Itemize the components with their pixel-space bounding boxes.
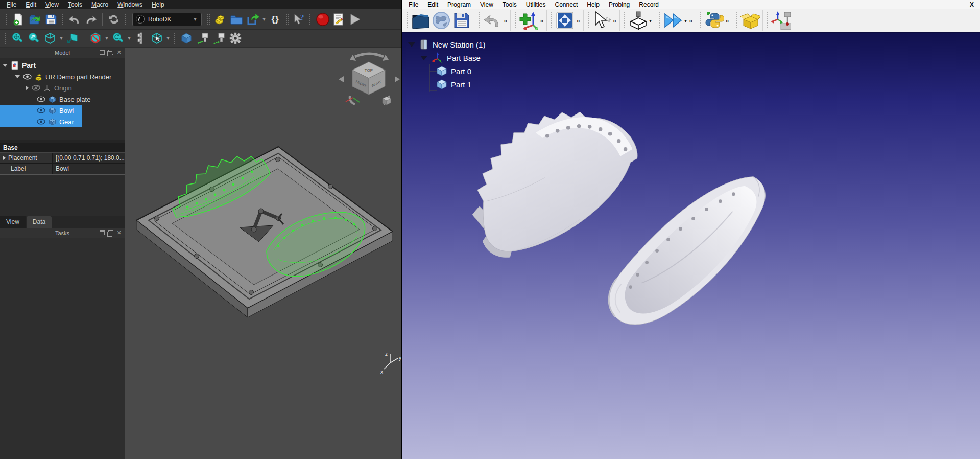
probe-reference-icon[interactable] [771, 10, 791, 31]
chevron-down-icon[interactable]: ▾ [126, 35, 132, 41]
menu-edit[interactable]: Edit [21, 0, 41, 9]
dock-close-icon[interactable]: ✕ [117, 50, 122, 55]
menu-windows[interactable]: Windows [113, 0, 147, 9]
toolbar-overflow-icon[interactable]: » [576, 17, 580, 25]
whats-this-icon[interactable]: ? [292, 12, 306, 27]
play-icon[interactable] [348, 12, 362, 27]
menu-help[interactable]: Help [147, 0, 169, 9]
tree-item-origin[interactable]: Origin [0, 82, 125, 94]
toolbar-overflow-icon[interactable]: » [689, 17, 692, 25]
fit-view-icon[interactable] [555, 10, 575, 31]
undo-icon[interactable] [67, 12, 82, 27]
load-part-icon[interactable] [213, 12, 227, 27]
redo-icon[interactable] [84, 12, 98, 27]
edit-script-icon[interactable] [331, 12, 346, 27]
toolbar-overflow-icon[interactable]: » [540, 17, 543, 25]
menu-view[interactable]: View [41, 0, 63, 9]
probe-points-icon[interactable] [212, 31, 226, 45]
visibility-eye-slash-icon[interactable] [32, 84, 40, 91]
online-library-icon[interactable] [431, 10, 451, 31]
cad-3d-viewport[interactable]: TOP FRONT RIGHT z y [125, 48, 401, 459]
dock-restore-icon[interactable] [100, 50, 105, 55]
cube-icon[interactable] [179, 31, 194, 45]
dock-restore-icon[interactable] [100, 230, 105, 235]
new-document-icon[interactable] [11, 12, 26, 27]
probe-path-icon[interactable] [196, 31, 210, 45]
isometric-view-icon[interactable] [43, 31, 57, 45]
tab-view[interactable]: View [0, 216, 26, 228]
part-1-bowl-model[interactable] [609, 177, 765, 325]
toolbar-overflow-icon[interactable]: » [613, 17, 616, 25]
align-view-icon[interactable] [65, 31, 80, 45]
tree-item-ur-demo[interactable]: UR Demo part Render [0, 71, 125, 82]
tree-item-part[interactable]: Part [0, 60, 125, 71]
chevron-down-icon[interactable]: ▾ [104, 35, 110, 41]
robodk-3d-view[interactable]: New Station (1) Part Base Part 0 Part 1 [402, 33, 980, 459]
chevron-down-icon[interactable]: ▾ [58, 35, 64, 41]
property-group-header[interactable]: Base [0, 143, 125, 153]
fast-forward-icon[interactable] [663, 10, 683, 31]
menu-help[interactable]: Help [582, 0, 604, 9]
tree-item-bowl[interactable]: Bowl [0, 105, 82, 116]
save-icon[interactable] [44, 12, 58, 27]
menu-macro[interactable]: Macro [87, 0, 113, 9]
toolbar-overflow-icon[interactable]: » [504, 17, 507, 25]
tree-item-base-plate[interactable]: Base plate [0, 94, 125, 105]
dock-float-icon[interactable] [108, 50, 113, 55]
property-value[interactable]: [(0.00 0.71 0.71); 180.0... [53, 153, 125, 163]
api-braces-icon[interactable]: {} [268, 12, 282, 27]
dock-float-icon[interactable] [108, 230, 113, 235]
visibility-eye-icon[interactable] [37, 107, 45, 114]
property-value[interactable]: Bowl [53, 164, 125, 174]
menu-program[interactable]: Program [443, 0, 475, 9]
window-close-button[interactable]: X [970, 1, 978, 8]
open-station-icon[interactable] [411, 10, 431, 31]
settings-gear-icon[interactable] [228, 31, 243, 45]
menu-connect[interactable]: Connect [551, 0, 583, 9]
open-folder-icon[interactable] [229, 12, 244, 27]
menu-file[interactable]: File [2, 0, 21, 9]
chevron-down-icon[interactable]: ▾ [165, 35, 171, 41]
record-icon[interactable] [315, 12, 329, 27]
workbench-selector[interactable]: RoboDK ▾ [132, 13, 202, 26]
chevron-down-icon[interactable]: ▾ [649, 18, 652, 24]
sample-box-icon[interactable] [740, 10, 760, 31]
tree-item-gear[interactable]: Gear [0, 116, 82, 127]
measure-caliper-icon[interactable] [133, 31, 148, 45]
measure-box-icon[interactable] [628, 10, 648, 31]
fit-all-icon[interactable] [10, 31, 25, 45]
menu-tools[interactable]: Tools [63, 0, 87, 9]
navcube-top-label[interactable]: TOP [365, 68, 373, 73]
tab-data[interactable]: Data [27, 216, 52, 228]
chevron-down-icon[interactable]: ▾ [261, 16, 267, 22]
navigation-cube[interactable]: TOP FRONT RIGHT [339, 54, 400, 105]
menu-file[interactable]: File [404, 0, 423, 9]
menu-edit[interactable]: Edit [423, 0, 443, 9]
visibility-eye-icon[interactable] [23, 73, 32, 80]
menu-probing[interactable]: Probing [604, 0, 634, 9]
open-document-icon[interactable] [28, 12, 42, 27]
menu-view[interactable]: View [475, 0, 498, 9]
zoom-refresh-icon[interactable] [111, 31, 125, 45]
refresh-icon[interactable] [107, 12, 121, 27]
add-reference-frame-icon[interactable] [518, 10, 539, 31]
box-selection-icon[interactable] [150, 31, 164, 45]
add-python-program-icon[interactable] [704, 10, 724, 31]
chevron-down-icon[interactable]: ▾ [684, 18, 687, 24]
menu-tools[interactable]: Tools [498, 0, 521, 9]
part-0-gear-model[interactable] [472, 112, 637, 258]
expand-arrow-icon[interactable] [26, 85, 29, 90]
undo-icon[interactable] [482, 10, 503, 31]
zoom-selection-icon[interactable] [27, 31, 41, 45]
expand-arrow-icon[interactable] [3, 156, 6, 160]
save-station-icon[interactable] [451, 10, 472, 31]
toolbar-overflow-icon[interactable]: » [725, 17, 729, 25]
menu-record[interactable]: Record [634, 0, 663, 9]
visibility-eye-icon[interactable] [37, 96, 45, 103]
expand-arrow-icon[interactable] [3, 64, 8, 67]
export-model-icon[interactable] [246, 12, 260, 27]
expand-arrow-icon[interactable] [15, 75, 20, 78]
select-cursor-icon[interactable] [591, 10, 612, 31]
menu-utilities[interactable]: Utilities [521, 0, 551, 9]
dock-close-icon[interactable]: ✕ [117, 230, 122, 235]
